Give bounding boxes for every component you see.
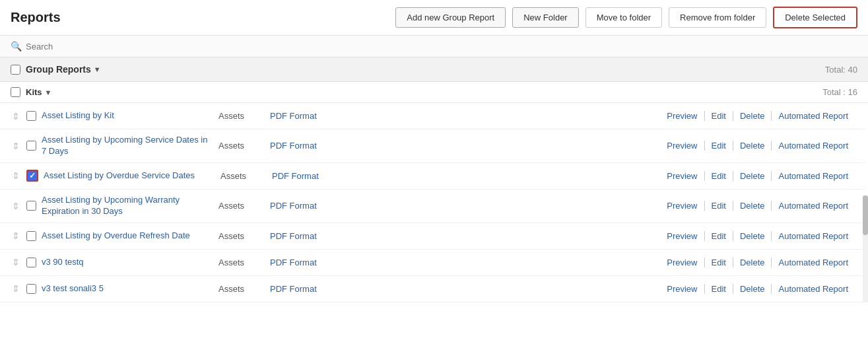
row-actions: PreviewEditDeleteAutomated Report <box>660 201 855 211</box>
report-category: Assets <box>218 111 265 121</box>
action-edit[interactable]: Edit <box>705 258 733 267</box>
kits-select-all-checkbox[interactable] <box>11 87 20 97</box>
drag-handle-icon[interactable]: ⇕ <box>11 257 21 267</box>
action-automated-report[interactable]: Automated Report <box>772 141 855 151</box>
report-category: Assets <box>218 231 265 241</box>
drag-handle-icon[interactable]: ⇕ <box>11 111 21 122</box>
row-checkbox[interactable] <box>26 111 36 121</box>
action-delete[interactable]: Delete <box>733 258 772 267</box>
scrollbar-track[interactable] <box>863 195 868 302</box>
row-actions: PreviewEditDeleteAutomated Report <box>660 231 855 241</box>
action-preview[interactable]: Preview <box>660 231 704 241</box>
action-delete[interactable]: Delete <box>733 201 772 211</box>
table-row: ⇕v3 90 testqAssetsPDF FormatPreviewEditD… <box>0 250 865 276</box>
row-checkbox[interactable] <box>26 258 36 267</box>
report-category: Assets <box>218 258 265 267</box>
action-automated-report[interactable]: Automated Report <box>772 201 855 211</box>
reports-list: ⇕Asset Listing by KitAssetsPDF FormatPre… <box>0 103 868 302</box>
action-delete[interactable]: Delete <box>733 171 772 181</box>
report-name[interactable]: Asset Listing by Overdue Refresh Date <box>42 230 213 242</box>
drag-handle-icon[interactable]: ⇕ <box>11 230 21 241</box>
report-format[interactable]: PDF Format <box>270 258 362 267</box>
table-row: ⇕Asset Listing by Overdue Service DatesA… <box>0 163 865 190</box>
kits-total: Total : 16 <box>822 87 857 97</box>
action-edit[interactable]: Edit <box>705 231 733 241</box>
action-automated-report[interactable]: Automated Report <box>772 284 855 294</box>
search-icon: 🔍 <box>11 41 22 52</box>
action-automated-report[interactable]: Automated Report <box>772 171 855 181</box>
action-delete[interactable]: Delete <box>733 231 772 241</box>
row-checkbox[interactable] <box>26 141 36 151</box>
group-select-all-checkbox[interactable] <box>11 65 20 75</box>
report-category: Assets <box>218 284 265 294</box>
action-edit[interactable]: Edit <box>705 284 733 294</box>
action-automated-report[interactable]: Automated Report <box>772 111 855 121</box>
search-input[interactable] <box>26 42 158 52</box>
report-format[interactable]: PDF Format <box>270 231 362 241</box>
kits-chevron-icon: ▼ <box>45 88 52 96</box>
action-preview[interactable]: Preview <box>660 111 704 121</box>
report-format[interactable]: PDF Format <box>270 284 362 294</box>
row-actions: PreviewEditDeleteAutomated Report <box>660 111 855 121</box>
row-actions: PreviewEditDeleteAutomated Report <box>660 258 855 267</box>
table-row: ⇕v3 test sonali3 5AssetsPDF FormatPrevie… <box>0 276 865 302</box>
report-category: Assets <box>218 201 265 211</box>
report-name[interactable]: v3 90 testq <box>42 257 213 268</box>
group-label[interactable]: Group Reports ▼ <box>26 64 101 75</box>
action-edit[interactable]: Edit <box>705 141 733 151</box>
group-total: Total: 40 <box>825 65 857 75</box>
add-group-report-button[interactable]: Add new Group Report <box>395 7 506 28</box>
action-preview[interactable]: Preview <box>660 201 704 211</box>
report-name[interactable]: v3 test sonali3 5 <box>42 283 213 295</box>
scrollbar-thumb[interactable] <box>863 195 868 235</box>
row-actions: PreviewEditDeleteAutomated Report <box>660 171 855 181</box>
report-category: Assets <box>218 141 265 151</box>
table-row: ⇕Asset Listing by KitAssetsPDF FormatPre… <box>0 103 865 129</box>
report-format[interactable]: PDF Format <box>270 111 362 121</box>
drag-handle-icon[interactable]: ⇕ <box>11 170 21 181</box>
row-actions: PreviewEditDeleteAutomated Report <box>660 284 855 294</box>
table-row: ⇕Asset Listing by Upcoming Warranty Expi… <box>0 190 865 223</box>
search-bar: 🔍 <box>0 36 868 57</box>
report-format[interactable]: PDF Format <box>272 171 364 181</box>
new-folder-button[interactable]: New Folder <box>512 7 578 28</box>
drag-handle-icon[interactable]: ⇕ <box>11 141 21 151</box>
drag-handle-icon[interactable]: ⇕ <box>11 283 21 294</box>
kits-subgroup-header: Kits ▼ Total : 16 <box>0 82 868 103</box>
report-format[interactable]: PDF Format <box>270 141 362 151</box>
action-delete[interactable]: Delete <box>733 111 772 121</box>
group-reports-header: Group Reports ▼ Total: 40 <box>0 57 868 82</box>
report-name[interactable]: Asset Listing by Upcoming Warranty Expir… <box>42 195 213 217</box>
drag-handle-icon[interactable]: ⇕ <box>11 201 21 211</box>
report-format[interactable]: PDF Format <box>270 201 362 211</box>
action-automated-report[interactable]: Automated Report <box>772 258 855 267</box>
row-actions: PreviewEditDeleteAutomated Report <box>660 141 855 151</box>
report-name[interactable]: Asset Listing by Upcoming Service Dates … <box>42 135 213 157</box>
action-delete[interactable]: Delete <box>733 141 772 151</box>
report-name[interactable]: Asset Listing by Kit <box>42 110 213 122</box>
group-chevron-icon: ▼ <box>94 65 101 73</box>
table-row: ⇕Asset Listing by Overdue Refresh DateAs… <box>0 223 865 250</box>
action-preview[interactable]: Preview <box>660 284 704 294</box>
action-preview[interactable]: Preview <box>660 141 704 151</box>
action-automated-report[interactable]: Automated Report <box>772 231 855 241</box>
action-preview[interactable]: Preview <box>660 171 704 181</box>
action-delete[interactable]: Delete <box>733 284 772 294</box>
action-preview[interactable]: Preview <box>660 258 704 267</box>
action-edit[interactable]: Edit <box>705 201 733 211</box>
action-edit[interactable]: Edit <box>705 111 733 121</box>
reports-table: ⇕Asset Listing by KitAssetsPDF FormatPre… <box>0 103 868 302</box>
page-header: Reports Add new Group Report New Folder … <box>0 0 868 36</box>
kits-label[interactable]: Kits ▼ <box>26 87 51 97</box>
row-checkbox[interactable] <box>26 170 38 182</box>
row-checkbox[interactable] <box>26 231 36 241</box>
action-edit[interactable]: Edit <box>705 171 733 181</box>
row-checkbox[interactable] <box>26 201 36 211</box>
row-checkbox[interactable] <box>26 284 36 294</box>
remove-from-folder-button[interactable]: Remove from folder <box>669 7 766 28</box>
page-title: Reports <box>11 10 61 25</box>
delete-selected-button[interactable]: Delete Selected <box>773 7 857 28</box>
table-row: ⇕Asset Listing by Upcoming Service Dates… <box>0 129 865 163</box>
report-name[interactable]: Asset Listing by Overdue Service Dates <box>44 170 215 182</box>
move-to-folder-button[interactable]: Move to folder <box>585 7 662 28</box>
